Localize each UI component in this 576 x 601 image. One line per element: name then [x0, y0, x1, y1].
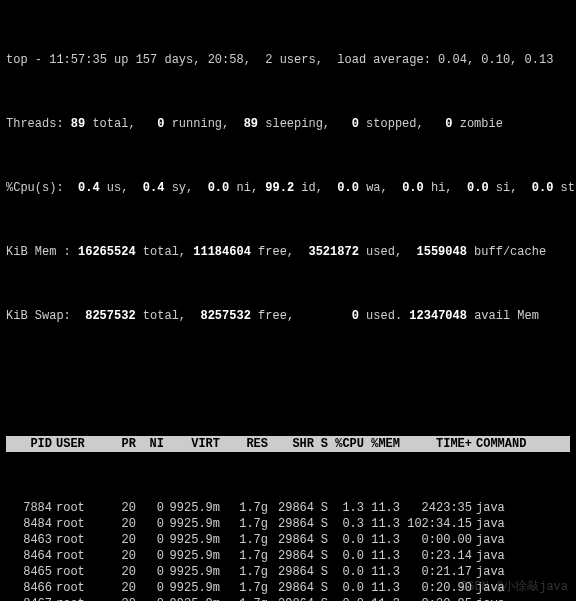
cell-time: 0:00.00 — [400, 532, 472, 548]
table-row: 8484root2009925.9m1.7g29864S0.311.3102:3… — [6, 516, 570, 532]
cell-ni: 0 — [136, 516, 164, 532]
cell-mem: 11.3 — [364, 500, 400, 516]
cell-user: root — [52, 500, 106, 516]
cell-res: 1.7g — [220, 532, 268, 548]
cell-res: 1.7g — [220, 548, 268, 564]
cell-pr: 20 — [106, 596, 136, 601]
cell-cmd: java — [472, 532, 536, 548]
summary-threads: Threads: 89 total, 0 running, 89 sleepin… — [6, 116, 570, 132]
cell-mem: 11.3 — [364, 580, 400, 596]
cell-cmd: java — [472, 580, 536, 596]
cell-time: 2423:35 — [400, 500, 472, 516]
cell-time: 0:23.14 — [400, 548, 472, 564]
cell-pid: 7884 — [6, 500, 52, 516]
summary-cpu: %Cpu(s): 0.4 us, 0.4 sy, 0.0 ni, 99.2 id… — [6, 180, 570, 196]
cell-virt: 9925.9m — [164, 564, 220, 580]
cell-cpu: 0.0 — [328, 532, 364, 548]
cell-ni: 0 — [136, 532, 164, 548]
cell-pr: 20 — [106, 500, 136, 516]
process-list: 7884root2009925.9m1.7g29864S1.311.32423:… — [6, 500, 570, 601]
cell-cmd: java — [472, 500, 536, 516]
cell-time: 0:20.90 — [400, 580, 472, 596]
table-row: 8466root2009925.9m1.7g29864S0.011.30:20.… — [6, 580, 570, 596]
cell-res: 1.7g — [220, 516, 268, 532]
cell-cmd: java — [472, 516, 536, 532]
blank-line — [6, 372, 570, 388]
cell-virt: 9925.9m — [164, 516, 220, 532]
cell-res: 1.7g — [220, 596, 268, 601]
cell-res: 1.7g — [220, 500, 268, 516]
cell-pid: 8463 — [6, 532, 52, 548]
cell-mem: 11.3 — [364, 596, 400, 601]
cell-pid: 8465 — [6, 564, 52, 580]
cell-pid: 8466 — [6, 580, 52, 596]
cell-pr: 20 — [106, 548, 136, 564]
cell-cmd: java — [472, 548, 536, 564]
cell-s: S — [314, 580, 328, 596]
cell-ni: 0 — [136, 564, 164, 580]
cell-user: root — [52, 596, 106, 601]
cell-ni: 0 — [136, 500, 164, 516]
cell-virt: 9925.9m — [164, 580, 220, 596]
cell-cpu: 0.0 — [328, 548, 364, 564]
cell-user: root — [52, 532, 106, 548]
summary-line-1: top - 11:57:35 up 157 days, 20:58, 2 use… — [6, 52, 570, 68]
cell-pr: 20 — [106, 580, 136, 596]
cell-s: S — [314, 516, 328, 532]
cell-pr: 20 — [106, 516, 136, 532]
cell-virt: 9925.9m — [164, 596, 220, 601]
terminal-output[interactable]: top - 11:57:35 up 157 days, 20:58, 2 use… — [0, 0, 576, 601]
cell-shr: 29864 — [268, 596, 314, 601]
cell-shr: 29864 — [268, 532, 314, 548]
table-row: 7884root2009925.9m1.7g29864S1.311.32423:… — [6, 500, 570, 516]
cell-ni: 0 — [136, 596, 164, 601]
cell-cmd: java — [472, 564, 536, 580]
cell-s: S — [314, 596, 328, 601]
summary-swap: KiB Swap: 8257532 total, 8257532 free, 0… — [6, 308, 570, 324]
table-row: 8467root2009925.9m1.7g29864S0.011.30:20.… — [6, 596, 570, 601]
table-row: 8465root2009925.9m1.7g29864S0.011.30:21.… — [6, 564, 570, 580]
cell-pid: 8464 — [6, 548, 52, 564]
cell-res: 1.7g — [220, 580, 268, 596]
cell-pid: 8484 — [6, 516, 52, 532]
cell-mem: 11.3 — [364, 564, 400, 580]
cell-shr: 29864 — [268, 516, 314, 532]
cell-user: root — [52, 564, 106, 580]
cell-s: S — [314, 500, 328, 516]
cell-pr: 20 — [106, 532, 136, 548]
column-header: PIDUSERPRNIVIRTRESSHRS%CPU%MEMTIME+COMMA… — [6, 436, 570, 452]
cell-time: 0:20.95 — [400, 596, 472, 601]
cell-ni: 0 — [136, 580, 164, 596]
cell-mem: 11.3 — [364, 516, 400, 532]
cell-shr: 29864 — [268, 548, 314, 564]
cell-s: S — [314, 564, 328, 580]
cell-shr: 29864 — [268, 564, 314, 580]
cell-cpu: 0.0 — [328, 596, 364, 601]
cell-virt: 9925.9m — [164, 500, 220, 516]
table-row: 8464root2009925.9m1.7g29864S0.011.30:23.… — [6, 548, 570, 564]
cell-pr: 20 — [106, 564, 136, 580]
cell-user: root — [52, 548, 106, 564]
cell-pid: 8467 — [6, 596, 52, 601]
cell-user: root — [52, 516, 106, 532]
cell-mem: 11.3 — [364, 548, 400, 564]
cell-virt: 9925.9m — [164, 548, 220, 564]
cell-cpu: 0.0 — [328, 564, 364, 580]
table-row: 8463root2009925.9m1.7g29864S0.011.30:00.… — [6, 532, 570, 548]
cell-time: 102:34.15 — [400, 516, 472, 532]
cell-shr: 29864 — [268, 500, 314, 516]
cell-s: S — [314, 548, 328, 564]
cell-shr: 29864 — [268, 580, 314, 596]
cell-cpu: 0.0 — [328, 580, 364, 596]
cell-cmd: java — [472, 596, 536, 601]
cell-res: 1.7g — [220, 564, 268, 580]
cell-mem: 11.3 — [364, 532, 400, 548]
cell-virt: 9925.9m — [164, 532, 220, 548]
cell-user: root — [52, 580, 106, 596]
cell-time: 0:21.17 — [400, 564, 472, 580]
cell-cpu: 0.3 — [328, 516, 364, 532]
summary-mem: KiB Mem : 16265524 total, 11184604 free,… — [6, 244, 570, 260]
cell-s: S — [314, 532, 328, 548]
cell-cpu: 1.3 — [328, 500, 364, 516]
cell-ni: 0 — [136, 548, 164, 564]
